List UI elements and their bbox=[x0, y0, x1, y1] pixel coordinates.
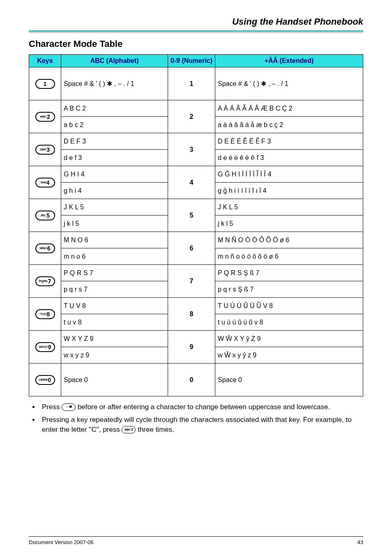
numeric-cell: 2 bbox=[168, 100, 215, 133]
extended-cell: m n ñ o ò ó ô õ ö ø 6 bbox=[215, 248, 363, 265]
note-text: Press bbox=[42, 403, 62, 411]
extended-cell: w Ŵ x y ŷ z 9 bbox=[215, 347, 363, 364]
extended-cell: p q r s Ş ß 7 bbox=[215, 281, 363, 298]
numeric-cell: 7 bbox=[168, 265, 215, 298]
numeric-cell: 1 bbox=[168, 67, 215, 100]
shift-key-icon: ↔✱ bbox=[62, 403, 76, 411]
abc-cell: D E F 3 bbox=[61, 133, 168, 150]
table-row: TUV8T U V 88T U Ù Ú Û Ü Ũ V 8 bbox=[29, 298, 363, 314]
phone-key-icon: OPER0 bbox=[35, 375, 55, 385]
key-cell: JKL5 bbox=[29, 199, 61, 232]
footer-document-version: Document Version 2007-06 bbox=[29, 539, 94, 545]
note-text: before or after entering a character to … bbox=[76, 403, 330, 411]
table-row: WXYZ9W X Y Z 99W Ŵ X Y ŷ Z 9 bbox=[29, 331, 363, 347]
abc-cell: T U V 8 bbox=[61, 298, 168, 314]
key-cell: WXYZ9 bbox=[29, 331, 61, 364]
extended-cell: Space 0 bbox=[215, 364, 363, 396]
phone-key-icon: ABC2 bbox=[35, 112, 55, 122]
table-row: GHI4G H I 44G Ğ H I Ì Í Î Ï Ĩ İ Ǐ 4 bbox=[29, 166, 363, 183]
phone-key-icon: JKL5 bbox=[35, 211, 55, 220]
key-cell: OPER0 bbox=[29, 364, 61, 396]
note-item: Press ↔✱ before or after entering a char… bbox=[39, 402, 363, 412]
key-cell: GHI4 bbox=[29, 166, 61, 199]
page-footer: Document Version 2007-06 43 bbox=[29, 536, 363, 545]
table-row: PQRS7P Q R S 77P Q R S Ş ß 7 bbox=[29, 265, 363, 281]
note-text: three times. bbox=[136, 426, 174, 433]
section-title: Character Mode Table bbox=[29, 39, 363, 49]
abc-cell: Space # & ' ( ) ✱ , – . / 1 bbox=[61, 67, 168, 100]
phone-key-icon: WXYZ9 bbox=[35, 342, 55, 352]
key-cell: 1 bbox=[29, 67, 61, 100]
abc-cell: M N O 6 bbox=[61, 232, 168, 248]
abc-cell: W X Y Z 9 bbox=[61, 331, 168, 347]
abc-cell: t u v 8 bbox=[61, 314, 168, 331]
key-cell: ABC2 bbox=[29, 100, 61, 133]
extended-cell: G Ğ H I Ì Í Î Ï Ĩ İ Ǐ 4 bbox=[215, 166, 363, 183]
key-cell: DEF3 bbox=[29, 133, 61, 166]
abc-cell: p q r s 7 bbox=[61, 281, 168, 298]
numeric-cell: 3 bbox=[168, 133, 215, 166]
table-row: MNO6M N O 66M N Ñ O Ò Ó Ô Õ Ö ø 6 bbox=[29, 232, 363, 248]
abc-cell: P Q R S 7 bbox=[61, 265, 168, 281]
extended-cell: j k l 5 bbox=[215, 215, 363, 232]
header-keys: Keys bbox=[29, 55, 61, 67]
phone-key-icon: MNO6 bbox=[35, 243, 55, 253]
abc-cell: m n o 6 bbox=[61, 248, 168, 265]
header-rule bbox=[29, 30, 363, 33]
numeric-cell: 9 bbox=[168, 331, 215, 364]
extended-cell: Space # & ' ( ) ✱ , – . / 1 bbox=[215, 67, 363, 100]
header-numeric: 0-9 (Numeric) bbox=[168, 55, 215, 67]
table-row: 1Space # & ' ( ) ✱ , – . / 11Space # & '… bbox=[29, 67, 363, 100]
note-item: Pressing a key repeatedly will cycle thr… bbox=[39, 415, 363, 435]
key-cell: MNO6 bbox=[29, 232, 61, 265]
abc-cell: d e f 3 bbox=[61, 150, 168, 166]
phone-key-icon: GHI4 bbox=[35, 178, 55, 188]
extended-cell: T U Ù Ú Û Ü Ũ V 8 bbox=[215, 298, 363, 314]
extended-cell: M N Ñ O Ò Ó Ô Õ Ö ø 6 bbox=[215, 232, 363, 248]
phone-key-icon: DEF3 bbox=[35, 145, 55, 155]
abc-cell: w x y z 9 bbox=[61, 347, 168, 364]
abc-cell: J K L 5 bbox=[61, 199, 168, 215]
extended-cell: P Q R S Ş ß 7 bbox=[215, 265, 363, 281]
abc-cell: A B C 2 bbox=[61, 100, 168, 117]
phone-key-icon: PQRS7 bbox=[35, 276, 55, 286]
abc-cell: a b c 2 bbox=[61, 117, 168, 133]
header-extended: +ÀÂ (Extended) bbox=[215, 55, 363, 67]
abc-cell: G H I 4 bbox=[61, 166, 168, 183]
abc2-key-icon: ABC2 bbox=[122, 426, 136, 433]
header-abc: ABC (Alphabet) bbox=[61, 55, 168, 67]
extended-cell: a à á â ã ä å æ b c ç 2 bbox=[215, 117, 363, 133]
extended-cell: A À Á Â Ã Ä Å Æ B C Ç 2 bbox=[215, 100, 363, 117]
notes-list: Press ↔✱ before or after entering a char… bbox=[29, 402, 363, 435]
extended-cell: g ğ h i ì í î ï ĩ ı ǐ 4 bbox=[215, 183, 363, 199]
numeric-cell: 5 bbox=[168, 199, 215, 232]
numeric-cell: 6 bbox=[168, 232, 215, 265]
phone-key-icon: 1 bbox=[35, 79, 55, 89]
note-text: Pressing a key repeatedly will cycle thr… bbox=[42, 416, 352, 434]
extended-cell: D E È É Ê Ë Ẽ F 3 bbox=[215, 133, 363, 150]
table-row: ABC2A B C 22A À Á Â Ã Ä Å Æ B C Ç 2 bbox=[29, 100, 363, 117]
table-row: DEF3D E F 33D E È É Ê Ë Ẽ F 3 bbox=[29, 133, 363, 150]
abc-cell: g h i 4 bbox=[61, 183, 168, 199]
abc-cell: j k l 5 bbox=[61, 215, 168, 232]
numeric-cell: 4 bbox=[168, 166, 215, 199]
page-title: Using the Handset Phonebook bbox=[29, 16, 363, 30]
extended-cell: J K L 5 bbox=[215, 199, 363, 215]
extended-cell: d e è é ê ë ẽ f 3 bbox=[215, 150, 363, 166]
numeric-cell: 0 bbox=[168, 364, 215, 396]
extended-cell: t u ù ú û ü ũ v 8 bbox=[215, 314, 363, 331]
table-row: JKL5J K L 55J K L 5 bbox=[29, 199, 363, 215]
extended-cell: W Ŵ X Y ŷ Z 9 bbox=[215, 331, 363, 347]
table-row: OPER0Space 00Space 0 bbox=[29, 364, 363, 396]
footer-page-number: 43 bbox=[357, 539, 363, 545]
table-header-row: Keys ABC (Alphabet) 0-9 (Numeric) +ÀÂ (E… bbox=[29, 55, 363, 67]
character-mode-table: Keys ABC (Alphabet) 0-9 (Numeric) +ÀÂ (E… bbox=[29, 54, 363, 396]
key-cell: PQRS7 bbox=[29, 265, 61, 298]
key-cell: TUV8 bbox=[29, 298, 61, 331]
numeric-cell: 8 bbox=[168, 298, 215, 331]
phone-key-icon: TUV8 bbox=[35, 309, 55, 319]
abc-cell: Space 0 bbox=[61, 364, 168, 396]
